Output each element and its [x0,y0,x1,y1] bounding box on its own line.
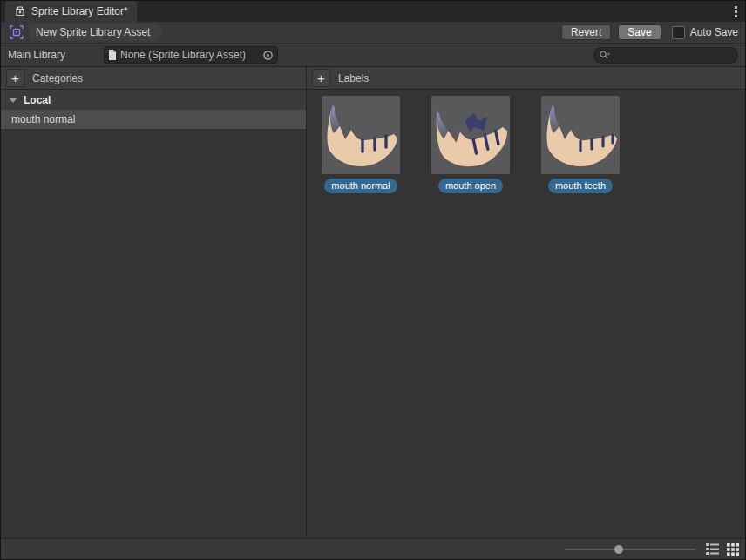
label-card-mouth-teeth[interactable]: mouth teeth [541,96,620,193]
save-button[interactable]: Save [618,24,661,40]
labels-panel: + Labels mouth normal [307,67,745,538]
label-pill: mouth open [438,179,503,193]
category-item-label: mouth normal [11,113,75,125]
sprite-library-editor-icon [14,5,26,17]
object-field-value: None (Sprite Library Asset) [120,49,257,61]
sprite-thumbnail-mouth-open[interactable] [431,96,510,174]
object-picker-icon[interactable] [261,50,275,61]
tab-title: Sprite Library Editor* [31,5,128,17]
label-card-mouth-open[interactable]: mouth open [431,96,510,193]
labels-header-label: Labels [338,72,369,84]
kebab-menu-icon[interactable] [726,1,745,22]
category-item-mouth-normal[interactable]: mouth normal [1,110,306,129]
revert-button[interactable]: Revert [561,24,611,40]
categories-header-label: Categories [32,72,83,84]
label-pill: mouth normal [324,179,397,193]
tab-bar: Sprite Library Editor* [1,1,745,22]
thumbnail-size-slider[interactable] [565,543,695,557]
breadcrumb-new-sprite-library-asset[interactable]: New Sprite Library Asset [29,24,164,41]
auto-save-label: Auto Save [690,26,738,38]
main-library-object-field[interactable]: None (Sprite Library Asset) [104,46,278,64]
toolbar: New Sprite Library Asset Revert Save Aut… [1,22,745,44]
slider-track[interactable] [565,549,695,550]
list-view-icon[interactable] [706,543,719,555]
category-group-local[interactable]: Local [1,90,306,110]
label-pill: mouth teeth [548,179,613,193]
categories-header: + Categories [1,67,306,90]
sprite-library-editor-window: Sprite Library Editor* New Sprite Librar… [0,0,746,560]
main-library-label: Main Library [8,49,104,61]
tab-sprite-library-editor[interactable]: Sprite Library Editor* [5,1,137,22]
search-icon [600,51,611,60]
panels: + Categories Local mouth normal + Labels [1,66,745,538]
grid-view-icon[interactable] [727,543,739,556]
label-cards: mouth normal mouth open [307,90,745,193]
add-category-button[interactable]: + [6,69,24,87]
sprite-library-asset-icon [10,25,24,39]
slider-thumb[interactable] [614,545,623,554]
footer-bar [1,538,745,559]
auto-save-checkbox[interactable] [672,26,685,39]
sprite-thumbnail-mouth-teeth[interactable] [541,96,620,174]
main-library-row: Main Library None (Sprite Library Asset) [1,44,745,66]
category-group-label: Local [24,94,51,106]
categories-panel: + Categories Local mouth normal [1,67,307,538]
sprite-thumbnail-mouth-normal[interactable] [322,96,400,174]
labels-header: + Labels [307,67,745,90]
search-input[interactable] [614,48,732,62]
add-label-button[interactable]: + [312,69,330,87]
document-icon [108,50,117,60]
foldout-triangle-icon[interactable] [9,98,17,103]
label-card-mouth-normal[interactable]: mouth normal [322,96,400,193]
breadcrumb-label: New Sprite Library Asset [36,26,150,38]
search-field[interactable] [593,47,738,64]
